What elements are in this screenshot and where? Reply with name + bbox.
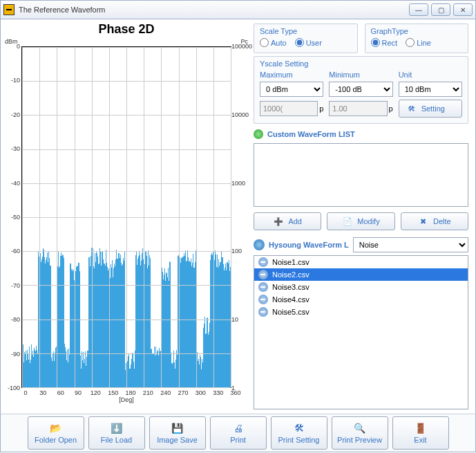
close-button[interactable]: ✕ bbox=[453, 3, 473, 16]
preview-icon: 🔍 bbox=[354, 422, 366, 434]
file-name: Noise5.csv bbox=[272, 308, 310, 316]
yscale-label: Yscale Setting bbox=[260, 59, 462, 68]
print-button[interactable]: 🖨Print bbox=[210, 416, 267, 450]
custom-waveform-list[interactable] bbox=[254, 143, 468, 207]
app-icon bbox=[3, 4, 15, 15]
yscale-input-2[interactable] bbox=[329, 101, 387, 116]
unit-label: Unit bbox=[399, 71, 462, 79]
print-preview-button[interactable]: 🔍Print Preview bbox=[332, 416, 388, 450]
chart-title: Phase 2D bbox=[5, 22, 248, 37]
download-icon: ⬇️ bbox=[111, 422, 123, 434]
printer-icon: 🖨 bbox=[232, 422, 245, 434]
exit-button[interactable]: 🚪Exit bbox=[392, 416, 449, 450]
file-item[interactable]: Noise4.csv bbox=[254, 293, 468, 306]
scale-auto-radio[interactable]: Auto bbox=[260, 38, 287, 47]
file-name: Noise4.csv bbox=[272, 295, 310, 304]
waveform-file-icon bbox=[258, 295, 268, 304]
file-item[interactable]: Noise5.csv bbox=[254, 306, 468, 318]
graph-line-radio[interactable]: Line bbox=[406, 38, 431, 47]
file-name: Noise1.csv bbox=[272, 258, 310, 266]
chart-plot bbox=[21, 46, 231, 388]
file-name: Noise2.csv bbox=[272, 270, 310, 279]
blue-dot-icon bbox=[254, 239, 265, 250]
waveform-file-icon bbox=[258, 307, 268, 317]
image-save-button[interactable]: 💾Image Save bbox=[149, 416, 206, 450]
maximum-select[interactable]: 0 dBm bbox=[260, 82, 323, 97]
settings-icon: 🛠 bbox=[293, 422, 305, 434]
modify-button[interactable]: 📄Modify bbox=[327, 212, 394, 230]
add-button[interactable]: ➕Add bbox=[254, 212, 321, 230]
scale-type-group: Scale Type Auto User bbox=[254, 24, 358, 53]
waveform-file-icon bbox=[258, 270, 268, 279]
hysoung-select[interactable]: Noise bbox=[353, 237, 468, 252]
hysoung-file-list[interactable]: Noise1.csvNoise2.csvNoise3.csvNoise4.csv… bbox=[254, 255, 468, 409]
file-name: Noise3.csv bbox=[272, 283, 310, 291]
exit-icon: 🚪 bbox=[415, 422, 427, 434]
minimum-select[interactable]: -100 dB bbox=[329, 82, 392, 97]
delete-button[interactable]: ✖Delte bbox=[401, 212, 468, 230]
settings-panel: Scale Type Auto User GraphType Rect Line… bbox=[249, 19, 475, 414]
scale-user-radio[interactable]: User bbox=[295, 38, 322, 47]
scale-type-label: Scale Type bbox=[260, 27, 352, 35]
minimize-button[interactable]: — bbox=[409, 3, 428, 16]
file-item[interactable]: Noise1.csv bbox=[254, 256, 468, 268]
print-setting-button[interactable]: 🛠Print Setting bbox=[271, 416, 327, 450]
bottom-toolbar: 📂Folder Open ⬇️File Load 💾Image Save 🖨Pr… bbox=[0, 414, 476, 452]
yscale-input-1[interactable] bbox=[260, 101, 318, 116]
chart-panel: Phase 2D dBm Pc 0-10-20-30-40-50-60-70-8… bbox=[1, 19, 249, 414]
file-item[interactable]: Noise2.csv bbox=[254, 268, 468, 281]
yscale-setting-button[interactable]: 🛠 Setting bbox=[399, 100, 462, 118]
graph-type-label: GraphType bbox=[371, 27, 463, 35]
waveform-file-icon bbox=[258, 257, 268, 267]
file-item[interactable]: Noise3.csv bbox=[254, 281, 468, 293]
graph-type-group: GraphType Rect Line bbox=[365, 24, 469, 53]
maximize-button[interactable]: ▢ bbox=[431, 3, 450, 16]
graph-rect-radio[interactable]: Rect bbox=[371, 38, 398, 47]
yscale-group: Yscale Setting Maximum 0 dBm Minimum -10… bbox=[254, 56, 468, 124]
x-axis-label: [Deg] bbox=[5, 396, 248, 403]
titlebar: The Reference Waveform — ▢ ✕ bbox=[0, 0, 476, 19]
add-icon: ➕ bbox=[273, 216, 284, 227]
maximum-label: Maximum bbox=[260, 71, 323, 79]
file-load-button[interactable]: ⬇️File Load bbox=[88, 416, 145, 450]
hysoung-label: Hysoung WaveForm L bbox=[269, 241, 349, 249]
minimum-label: Minimum bbox=[329, 71, 392, 79]
wrench-icon: 🛠 bbox=[406, 103, 417, 114]
folder-icon: 📂 bbox=[50, 422, 62, 434]
window-title: The Reference Waveform bbox=[19, 6, 409, 14]
custom-waveform-header: Custom WaveForm LIST bbox=[254, 129, 468, 139]
folder-open-button[interactable]: 📂Folder Open bbox=[28, 416, 84, 450]
save-icon: 💾 bbox=[171, 422, 184, 434]
unit-select[interactable]: 10 dBm bbox=[399, 82, 462, 97]
waveform-file-icon bbox=[258, 282, 268, 292]
delete-icon: ✖ bbox=[418, 216, 429, 227]
green-dot-icon bbox=[254, 129, 263, 139]
document-icon: 📄 bbox=[342, 216, 353, 227]
